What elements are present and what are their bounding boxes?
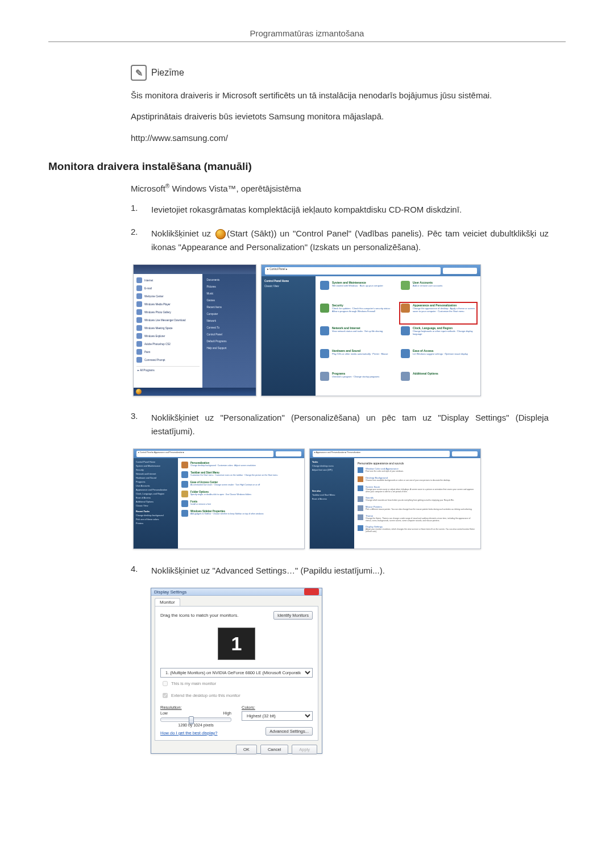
app-icon bbox=[136, 349, 142, 355]
cp-category[interactable]: Clock, Language, and RegionChange keyboa… bbox=[401, 326, 476, 346]
ap-category[interactable]: PersonalizationChange desktop background… bbox=[181, 462, 301, 468]
monitor-select[interactable]: 1. (Multiple Monitors) on NVIDIA GeForce… bbox=[160, 668, 313, 678]
personalization-item[interactable]: Desktop BackgroundChoose from available … bbox=[358, 476, 477, 482]
ok-button[interactable]: OK bbox=[236, 745, 257, 754]
cp-category[interactable]: Network and InternetView network status … bbox=[320, 326, 395, 346]
start-menu-item[interactable]: E-mail bbox=[136, 284, 200, 292]
category-icon bbox=[320, 304, 329, 313]
app-icon bbox=[136, 293, 142, 299]
start-menu-right-item[interactable]: Games bbox=[205, 297, 253, 304]
sidebar-item[interactable]: Classic View bbox=[136, 505, 176, 507]
sidebar-item[interactable]: System and Maintenance bbox=[136, 465, 176, 467]
recent-task[interactable]: Printers bbox=[136, 522, 176, 525]
cp-category[interactable]: Additional Options bbox=[401, 372, 476, 391]
all-programs[interactable]: ▸ All Programs bbox=[136, 366, 200, 374]
app-icon bbox=[136, 325, 142, 331]
ap-category[interactable]: Folder OptionsSpecify single- or double-… bbox=[181, 491, 301, 497]
cp-category[interactable]: SecurityCheck for updates · Check this c… bbox=[320, 304, 395, 323]
recent-task[interactable]: Change desktop background bbox=[136, 514, 176, 517]
ap-category[interactable]: Ease of Access CenterAccommodate low vis… bbox=[181, 481, 301, 488]
start-menu-item[interactable]: Paint bbox=[136, 348, 200, 356]
cp-category[interactable]: User AccountsAdd or remove user accounts bbox=[401, 281, 476, 300]
resolution-slider[interactable] bbox=[160, 717, 231, 722]
sidebar-item[interactable]: Security bbox=[136, 469, 176, 471]
sidebar-item[interactable]: Change desktop icons bbox=[312, 465, 352, 467]
advanced-settings-button[interactable]: Advanced Settings... bbox=[265, 727, 313, 736]
sidebar-item[interactable]: Classic View bbox=[264, 285, 313, 288]
start-menu-right-item[interactable]: Help and Support bbox=[205, 344, 253, 351]
ap-category[interactable]: Windows Sidebar PropertiesAdd gadgets to… bbox=[181, 510, 301, 517]
sidebar-item[interactable]: Appearance and Personalization bbox=[136, 489, 176, 491]
personalization-item[interactable]: Window Color and AppearanceFine tune the… bbox=[358, 467, 477, 473]
sidebar-item[interactable]: Ease of Access bbox=[136, 497, 176, 499]
sidebar-item[interactable]: Control Panel Home bbox=[136, 461, 176, 463]
page-header: Programmatūras izmantošana bbox=[48, 28, 566, 42]
start-menu-screenshot: InternetE-mailWelcome CenterWindows Medi… bbox=[133, 264, 256, 396]
personalization-item[interactable]: Mouse PointersPick a different mouse poi… bbox=[358, 505, 477, 511]
see-also-item[interactable]: Ease of Access bbox=[312, 498, 352, 500]
address-bar[interactable]: ▸ Control Panel ▸ bbox=[265, 267, 441, 275]
app-icon bbox=[136, 309, 142, 315]
os-suffix: , operētājsistēma bbox=[236, 184, 301, 193]
see-also-item[interactable]: Taskbar and Start Menu bbox=[312, 494, 352, 496]
search-input[interactable] bbox=[452, 451, 478, 456]
sidebar-item[interactable]: Clock, Language, and Region bbox=[136, 493, 176, 495]
sidebar-item[interactable]: Hardware and Sound bbox=[136, 477, 176, 479]
main-monitor-checkbox: This is my main monitor bbox=[160, 679, 313, 688]
recent-task[interactable]: Pick one of these colors bbox=[136, 518, 176, 521]
cp-category[interactable]: Appearance and PersonalizationChange the… bbox=[401, 304, 476, 323]
personalization-title: Personalize appearance and sounds bbox=[358, 462, 477, 465]
cp-category[interactable]: System and MaintenanceGet started with W… bbox=[320, 281, 395, 300]
start-menu-item[interactable]: Windows Live Messenger Download bbox=[136, 316, 200, 324]
search-input[interactable] bbox=[443, 268, 477, 274]
personalization-item[interactable]: ThemeChange the theme. Themes can change… bbox=[358, 514, 477, 522]
start-menu-item[interactable]: Command Prompt bbox=[136, 356, 200, 364]
tab-monitor[interactable]: Monitor bbox=[155, 598, 180, 606]
colors-label: Colors: bbox=[242, 705, 313, 710]
start-menu-item[interactable]: Welcome Center bbox=[136, 292, 200, 300]
start-menu-right-item[interactable]: Music bbox=[205, 290, 253, 297]
search-input[interactable] bbox=[276, 451, 301, 456]
close-icon[interactable] bbox=[304, 588, 319, 595]
cancel-button[interactable]: Cancel bbox=[260, 745, 288, 754]
start-menu-item[interactable]: Windows Photo Gallery bbox=[136, 308, 200, 316]
start-menu-item[interactable]: Windows Explorer bbox=[136, 332, 200, 340]
start-menu-item[interactable]: Windows Meeting Space bbox=[136, 324, 200, 332]
start-menu-right-item[interactable]: Network bbox=[205, 317, 253, 324]
start-menu-right-item[interactable]: Default Programs bbox=[205, 338, 253, 344]
start-menu-right-item[interactable]: Computer bbox=[205, 310, 253, 317]
dialog-pane: Drag the icons to match your monitors. I… bbox=[155, 606, 318, 741]
start-menu-item[interactable]: Internet bbox=[136, 276, 200, 284]
personalization-panel-screenshot: ▸ Appearance and Personalization ▸ Perso… bbox=[309, 448, 481, 549]
help-link[interactable]: How do I get the best display? bbox=[160, 730, 217, 736]
address-bar[interactable]: ▸ Control Panel ▸ Appearance and Persona… bbox=[136, 451, 273, 457]
ap-category[interactable]: FontsInstall or remove a font bbox=[181, 500, 301, 507]
start-menu-item[interactable]: Windows Media Player bbox=[136, 300, 200, 308]
app-icon bbox=[136, 277, 142, 283]
cp-category[interactable]: ProgramsUninstall a program · Change sta… bbox=[320, 372, 395, 391]
personalization-item[interactable]: Screen SaverChange your screen saver or … bbox=[358, 485, 477, 493]
address-bar[interactable]: ▸ Appearance and Personalization ▸ Perso… bbox=[313, 451, 450, 457]
cp-category[interactable]: Hardware and SoundPlay CDs or other medi… bbox=[320, 349, 395, 368]
identify-monitors-button[interactable]: Identify Monitors bbox=[273, 611, 313, 620]
personalization-item[interactable]: SoundsChange which sounds are heard when… bbox=[358, 496, 477, 502]
start-menu-right-item[interactable]: Connect To bbox=[205, 324, 253, 331]
sidebar-item[interactable]: Network and Internet bbox=[136, 473, 176, 475]
start-menu-right-item[interactable]: Pictures bbox=[205, 283, 253, 290]
sidebar-item[interactable]: User Accounts bbox=[136, 485, 176, 487]
app-icon bbox=[136, 285, 142, 291]
start-menu-right-item[interactable]: Recent Items bbox=[205, 304, 253, 310]
start-menu-item[interactable]: Adobe Photoshop CS2 bbox=[136, 340, 200, 348]
personalization-item[interactable]: Display SettingsAdjust your monitor reso… bbox=[358, 525, 477, 533]
sidebar-item[interactable]: Adjust font size (DPI) bbox=[312, 469, 352, 471]
colors-select[interactable]: Highest (32 bit) bbox=[242, 711, 313, 721]
monitor-thumbnail[interactable]: 1 bbox=[218, 628, 255, 660]
start-menu-right-item[interactable]: Documents bbox=[205, 276, 253, 283]
cp-category[interactable]: Ease of AccessLet Windows suggest settin… bbox=[401, 349, 476, 368]
sidebar-item[interactable]: Control Panel Home bbox=[264, 280, 313, 283]
start-menu-right-item[interactable]: Control Panel bbox=[205, 331, 253, 338]
category-icon bbox=[401, 304, 410, 313]
sidebar-item[interactable]: Programs bbox=[136, 481, 176, 483]
ap-category[interactable]: Taskbar and Start MenuCustomize the Star… bbox=[181, 471, 301, 478]
sidebar-item[interactable]: Additional Options bbox=[136, 501, 176, 503]
